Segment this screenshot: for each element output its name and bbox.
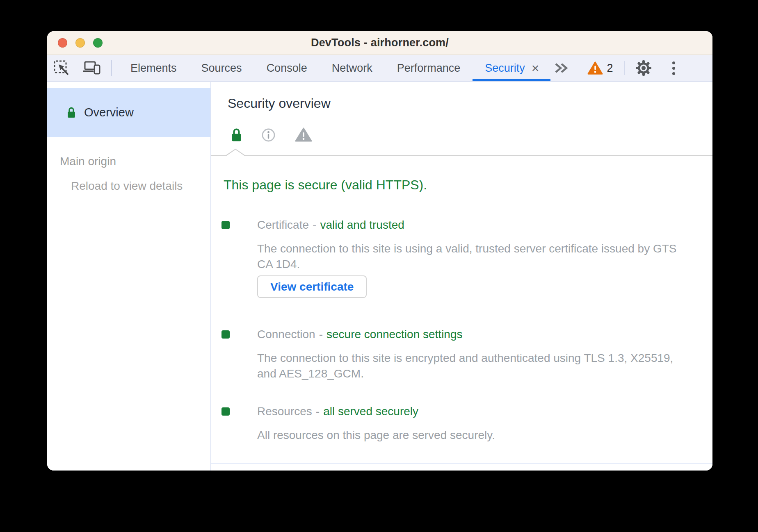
connection-description: The connection to this site is encrypted… bbox=[257, 350, 682, 382]
active-tab-underline bbox=[473, 79, 550, 81]
page-title: Security overview bbox=[228, 96, 712, 111]
warning-triangle-icon bbox=[587, 61, 603, 75]
dash-separator: - bbox=[313, 218, 316, 231]
close-tab-icon[interactable]: × bbox=[532, 61, 539, 75]
toolbar-divider-right bbox=[624, 61, 625, 75]
secure-lock-icon bbox=[231, 127, 242, 142]
window-title: DevTools - airhorner.com/ bbox=[311, 36, 449, 49]
inspect-icon bbox=[53, 60, 71, 76]
kebab-dot bbox=[672, 72, 675, 75]
sidebar-item-overview[interactable]: Overview bbox=[47, 88, 210, 137]
security-sidebar: Overview Main origin Reload to view deta… bbox=[47, 82, 211, 471]
tab-security[interactable]: Security × bbox=[473, 55, 550, 81]
tab-elements[interactable]: Elements bbox=[118, 55, 189, 81]
tab-pointer-divider bbox=[211, 155, 712, 156]
security-overview-content: This page is secure (valid HTTPS). Certi… bbox=[211, 177, 712, 443]
security-overview-panel: Security overview bbox=[211, 82, 712, 471]
resources-status-link[interactable]: all served securely bbox=[323, 405, 418, 418]
sidebar-item-main-origin[interactable]: Main origin bbox=[60, 155, 210, 168]
zoom-window-button[interactable] bbox=[93, 38, 103, 48]
device-toolbar-icon bbox=[82, 61, 101, 75]
kebab-dot bbox=[672, 61, 675, 64]
gear-icon bbox=[635, 60, 652, 76]
close-window-button[interactable] bbox=[58, 38, 67, 48]
connection-label: Connection bbox=[257, 328, 315, 341]
resources-title: Resources-all served securely bbox=[257, 405, 696, 418]
toolbar-divider bbox=[111, 60, 112, 76]
devtools-menu-button[interactable] bbox=[671, 60, 677, 77]
certificate-status-link[interactable]: valid and trusted bbox=[320, 218, 404, 231]
connection-section: Connection-secure connection settings Th… bbox=[221, 327, 696, 382]
tab-security-label: Security bbox=[485, 62, 525, 75]
selected-pointer-notch bbox=[225, 148, 246, 156]
secure-bullet-icon bbox=[221, 407, 230, 416]
resources-description: All resources on this page are served se… bbox=[257, 427, 682, 443]
issues-count-label: 2 bbox=[607, 62, 613, 75]
screenshot-stage: DevTools - airhorner.com/ Elements bbox=[0, 0, 758, 532]
dash-separator: - bbox=[319, 328, 323, 341]
tab-console[interactable]: Console bbox=[254, 55, 320, 81]
certificate-description: The connection to this site is using a v… bbox=[257, 241, 682, 272]
connection-status-link[interactable]: secure connection settings bbox=[326, 328, 463, 341]
connection-title: Connection-secure connection settings bbox=[257, 327, 696, 341]
overview-label: Overview bbox=[84, 106, 134, 119]
secure-page-headline: This page is secure (valid HTTPS). bbox=[224, 177, 696, 193]
tab-sources[interactable]: Sources bbox=[189, 55, 254, 81]
certificate-section: Certificate-valid and trusted The connec… bbox=[221, 218, 696, 298]
dash-separator: - bbox=[316, 405, 320, 418]
secure-bullet-icon bbox=[221, 221, 230, 229]
warning-triangle-gray-icon bbox=[295, 127, 312, 142]
devtools-toolbar: Elements Sources Console Network Perform… bbox=[47, 55, 712, 82]
secure-bullet-icon bbox=[221, 330, 230, 339]
issues-counter[interactable]: 2 bbox=[587, 61, 613, 75]
info-circle-icon bbox=[261, 128, 276, 142]
view-certificate-button[interactable]: View certificate bbox=[257, 275, 367, 298]
certificate-label: Certificate bbox=[257, 218, 309, 231]
window-titlebar: DevTools - airhorner.com/ bbox=[47, 31, 712, 55]
secure-lock-icon bbox=[67, 107, 76, 118]
settings-button[interactable] bbox=[635, 60, 652, 76]
traffic-lights bbox=[58, 31, 103, 55]
bottom-divider bbox=[211, 463, 712, 464]
resources-label: Resources bbox=[257, 405, 312, 418]
certificate-title: Certificate-valid and trusted bbox=[257, 218, 696, 232]
reload-hint-label: Reload to view details bbox=[71, 180, 210, 193]
minimize-window-button[interactable] bbox=[75, 38, 85, 48]
security-panel: Overview Main origin Reload to view deta… bbox=[47, 82, 712, 471]
devtools-window: DevTools - airhorner.com/ Elements bbox=[47, 31, 712, 471]
tab-network[interactable]: Network bbox=[320, 55, 385, 81]
chevrons-right-icon bbox=[554, 62, 568, 74]
tab-performance[interactable]: Performance bbox=[385, 55, 473, 81]
inspect-element-button[interactable] bbox=[53, 60, 71, 76]
toggle-device-toolbar-button[interactable] bbox=[82, 61, 101, 75]
resources-section: Resources-all served securely All resour… bbox=[221, 405, 696, 443]
security-state-icons bbox=[231, 127, 712, 142]
kebab-dot bbox=[672, 67, 675, 70]
more-tabs-button[interactable] bbox=[554, 62, 568, 74]
